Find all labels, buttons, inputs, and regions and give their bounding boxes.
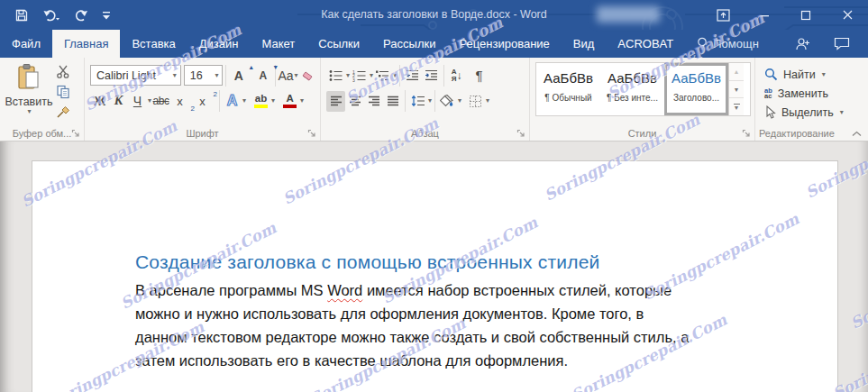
save-button[interactable] [14,8,29,23]
superscript-mark: 2 [214,90,217,98]
tab-mailings[interactable]: Рассылки [371,30,447,58]
separator [434,90,435,112]
font-name-caret-icon: ▾ [173,72,177,79]
grow-font-button[interactable]: A ▲ [229,65,248,86]
close-icon [842,9,854,21]
styles-scroll-down-button[interactable]: ▼ [729,81,744,99]
customize-quick-access-button[interactable] [102,10,111,21]
tab-file[interactable]: Файл [0,30,52,58]
text-effects-button[interactable]: A [223,91,242,112]
style-preview: АаБбВв [600,70,664,86]
chevron-up-icon [852,131,862,137]
style-item-normal[interactable]: АаБбВв ¶ Обычный [536,63,600,115]
maximize-button[interactable] [785,0,827,30]
select-caret-icon: ▾ [840,109,844,116]
cut-icon [56,65,70,78]
change-case-button[interactable]: Aa ▾ [279,65,297,86]
italic-button[interactable]: К [109,91,128,112]
search-icon [764,68,778,81]
paragraph-dialog-launcher[interactable] [516,129,525,138]
select-button[interactable]: Выделить ▾ [764,103,867,122]
highlight-caret-icon: ▾ [271,97,275,105]
find-caret-icon: ▾ [822,71,826,78]
paste-button[interactable]: Вставить ▾ [5,63,52,126]
multilevel-list-button[interactable] [373,65,392,86]
strikethrough-button[interactable]: abc [151,91,170,112]
line-spacing-button[interactable] [408,91,427,112]
paste-icon [16,63,41,92]
close-button[interactable] [827,0,868,30]
style-item-heading1[interactable]: АаБбВв Заголово... [664,63,728,115]
tab-home[interactable]: Главная [52,30,120,58]
word-window: Как сделать заголовки в Ворде.docx - Wor… [0,0,868,392]
ribbon-display-options-button[interactable] [702,0,744,30]
clipboard-dialog-launcher[interactable] [71,129,80,138]
document-heading: Создание заголовка с помощью встроенных … [135,251,599,273]
font-dialog-launcher[interactable] [307,129,316,138]
font-color-button[interactable]: A [280,91,299,112]
justify-icon [387,96,399,107]
borders-button[interactable] [466,91,485,112]
document-page[interactable]: Создание заголовка с помощью встроенных … [32,160,838,392]
font-name-combo[interactable]: Calibri Light ▾ [90,65,181,86]
tab-acrobat[interactable]: ACROBAT [606,30,685,58]
font-size-combo[interactable]: 16 ▾ [184,65,224,86]
bold-button[interactable]: Ж [90,91,109,112]
share-contact-button[interactable] [794,37,810,51]
font-color-bar [283,105,297,108]
styles-more-button[interactable]: ▼ [729,98,744,115]
subscript-button[interactable]: x 2 [170,91,189,112]
format-painter-button[interactable] [56,105,70,120]
underline-button[interactable]: Ч [128,91,147,112]
replace-icon: abac [764,88,772,99]
bullets-button[interactable] [326,65,345,86]
align-left-button[interactable] [326,91,345,112]
styles-dialog-launcher[interactable] [742,129,751,138]
tab-references[interactable]: Ссылки [306,30,371,58]
increase-indent-button[interactable] [422,65,441,86]
align-right-button[interactable] [364,91,383,112]
find-button[interactable]: Найти ▾ [764,65,867,84]
tab-view[interactable]: Вид [562,30,607,58]
redo-button[interactable] [74,8,88,23]
show-formatting-marks-button[interactable]: ¶ [470,65,489,86]
line-spacing-icon [411,95,425,107]
tab-insert[interactable]: Вставка [120,30,187,58]
document-workspace: Создание заголовка с помощью встроенных … [0,141,868,392]
cut-button[interactable] [56,65,70,78]
tab-tell-me-label: Помощн [713,30,759,58]
minimize-button[interactable] [744,0,785,30]
grow-font-glyph: A [234,68,243,83]
numbering-button[interactable]: 1 2 3 [350,65,369,86]
tab-tell-me[interactable]: Помощн [685,30,771,58]
comments-button[interactable] [834,37,850,50]
tab-design[interactable]: Дизайн [187,30,251,58]
replace-button[interactable]: abac Заменить [764,84,867,103]
quick-access-toolbar [14,0,111,30]
separator [443,65,444,87]
tab-layout[interactable]: Макет [250,30,306,58]
superscript-button[interactable]: x 2 [193,91,212,112]
shrink-font-button[interactable]: A ▼ [253,65,272,86]
tab-review[interactable]: Рецензирование [447,30,561,58]
sort-button[interactable]: А Я ↓ [447,65,466,86]
ribbon: Вставить ▾ [0,58,868,141]
decrease-indent-button[interactable] [403,65,422,86]
separator [399,65,400,87]
shading-button[interactable] [438,91,457,112]
align-center-button[interactable] [345,91,364,112]
eraser-icon [300,69,315,82]
copy-button[interactable] [56,85,70,99]
shrink-font-arrow-icon: ▼ [272,64,279,70]
editing-group-label: Редактирование [755,128,867,139]
collapse-ribbon-button[interactable] [852,131,862,137]
clear-formatting-button[interactable] [297,65,316,86]
undo-icon [42,8,60,23]
style-preview: АаБбВв [536,70,600,86]
highlight-button[interactable]: ab [251,91,270,112]
paragraph-group: ▾ 1 2 3 ▾ ▾ [321,58,530,141]
styles-scroll-up-button[interactable]: ▲ [729,63,744,81]
justify-button[interactable] [383,91,402,112]
style-item-no-spacing[interactable]: АаБбВв ¶ Без инте... [600,63,664,115]
undo-button[interactable] [42,8,60,23]
